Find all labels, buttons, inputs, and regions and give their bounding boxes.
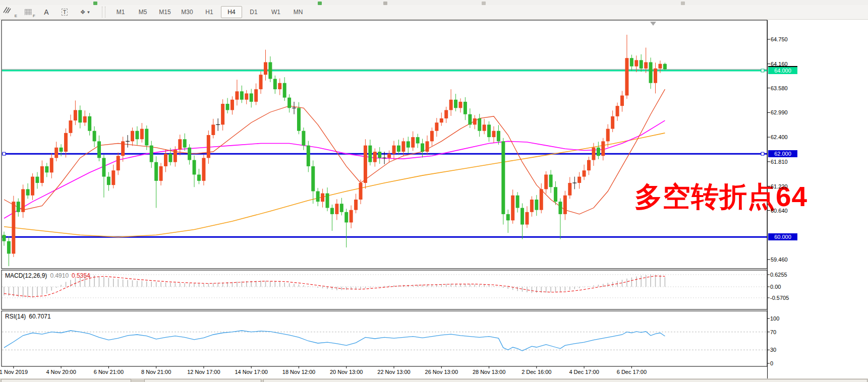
candle (663, 64, 667, 70)
rsi-value: 60.7071 (29, 313, 50, 320)
candle (35, 177, 39, 183)
candle (121, 141, 125, 156)
candle (340, 204, 343, 212)
candle (611, 116, 614, 129)
candle (549, 174, 553, 187)
macd-indicator-header: MACD(12,26,9)0.49100.5354 (5, 272, 90, 279)
macd-signal-value: 0.5354 (72, 272, 90, 279)
candle (520, 208, 524, 225)
time-axis-label: 8 Nov 21:00 (141, 369, 171, 375)
price-level-badge: 62.000 (768, 150, 797, 157)
candle (287, 98, 291, 108)
candle (278, 83, 281, 89)
candle (60, 148, 63, 152)
candle (7, 241, 11, 254)
candle (397, 146, 400, 152)
candle (407, 141, 410, 147)
candle (601, 141, 605, 156)
candle (321, 194, 324, 202)
candle (168, 154, 172, 162)
candle (40, 166, 44, 183)
candle (26, 189, 30, 195)
line-handle[interactable] (761, 152, 764, 155)
candle (221, 104, 224, 124)
candle (54, 148, 58, 158)
candle (283, 83, 286, 98)
candle (140, 129, 144, 140)
time-axis-label: 22 Nov 13:00 (377, 369, 410, 375)
candle (135, 131, 139, 140)
candle (111, 170, 115, 185)
candle (359, 183, 363, 200)
price-axis-label: 60.640 (771, 208, 788, 214)
candle (316, 191, 320, 202)
time-axis-label: 20 Nov 13:00 (330, 369, 363, 375)
candle (630, 58, 633, 67)
candle (69, 120, 72, 133)
time-axis-label: 26 Nov 13:00 (425, 369, 458, 375)
candle (264, 62, 267, 75)
candle (150, 146, 153, 162)
candle (297, 108, 301, 131)
candle (268, 62, 272, 79)
candle (31, 177, 34, 196)
candle (330, 208, 334, 214)
macd-name: MACD(12,26,9) (5, 272, 47, 279)
line-handle[interactable] (3, 152, 6, 155)
price-axis-label: 61.220 (771, 183, 788, 189)
price-axis-label: 61.810 (771, 159, 788, 165)
candle (501, 141, 505, 214)
candle (616, 106, 619, 116)
candle (478, 118, 481, 131)
candle (3, 235, 6, 241)
candle (464, 102, 467, 114)
candle (554, 187, 557, 202)
candle (411, 137, 415, 148)
candle (245, 93, 248, 99)
macd-axis-label: 0.6255 (770, 272, 787, 278)
line-handle[interactable] (761, 69, 764, 72)
cutoff-bottom-bar (0, 378, 868, 382)
price-axis-label: 62.400 (771, 134, 788, 140)
time-axis-label: 14 Nov 17:00 (235, 369, 267, 375)
candle (644, 62, 648, 68)
candle (449, 100, 453, 110)
candle (145, 129, 148, 146)
candle (183, 139, 187, 148)
candle (497, 131, 500, 142)
time-axis-label: 1 Nov 2019 (0, 369, 28, 375)
time-axis-label: 6 Nov 21:00 (94, 369, 124, 375)
candle (117, 156, 120, 170)
candle (326, 194, 329, 208)
candle (154, 162, 158, 181)
candle (530, 200, 534, 212)
candle (558, 202, 562, 214)
candle (178, 139, 182, 150)
candle (354, 200, 358, 210)
candle (597, 148, 600, 156)
price-level-badge: 64.000 (768, 67, 797, 74)
candle (45, 166, 48, 172)
candle (401, 141, 405, 152)
macd-axis-label: -0.5705 (770, 295, 789, 301)
time-axis-label: 6 Dec 17:00 (617, 369, 647, 375)
candle (240, 91, 244, 100)
candle (373, 152, 377, 162)
candle (649, 62, 653, 83)
candle (654, 69, 657, 83)
candle (468, 114, 472, 125)
rsi-axis-label: 0 (770, 360, 773, 366)
candle (164, 154, 167, 166)
candle (368, 146, 372, 162)
candle (658, 64, 662, 69)
candle (254, 89, 258, 102)
candle (97, 141, 101, 158)
candle (188, 148, 191, 160)
candle (230, 100, 234, 110)
candle (307, 146, 310, 166)
candle (387, 154, 391, 158)
candle (563, 196, 567, 214)
candle (50, 158, 53, 172)
candle (93, 131, 96, 142)
candle (634, 60, 638, 66)
